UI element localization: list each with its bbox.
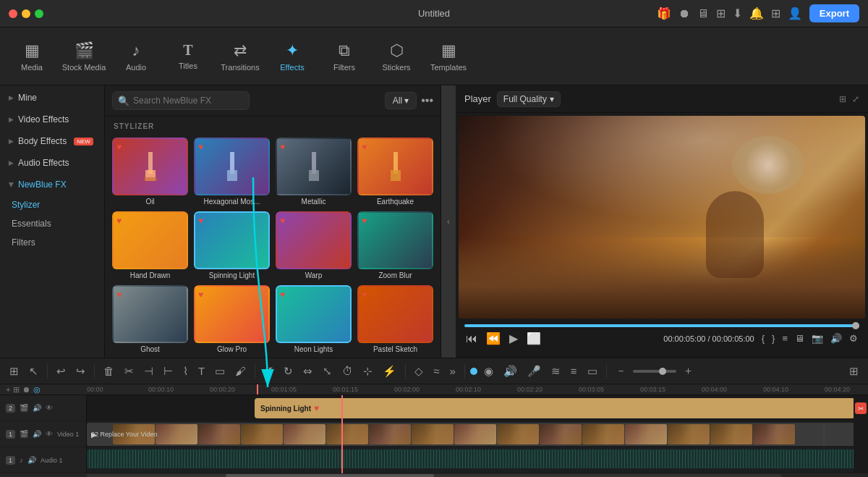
flip-h-button[interactable]: ⇔ bbox=[299, 363, 316, 380]
subtitle-button[interactable]: ▭ bbox=[584, 363, 601, 380]
toolbar-titles[interactable]: T Titles bbox=[163, 33, 213, 80]
favorite-icon-zoom[interactable]: ♥ bbox=[362, 216, 367, 226]
effect-item-warp[interactable]: ♥ Warp bbox=[276, 211, 352, 279]
cut-button[interactable]: ✂ bbox=[121, 363, 137, 380]
panel-sub-stylizer[interactable]: Stylizer bbox=[0, 195, 104, 214]
select-tool-button[interactable]: ↖ bbox=[25, 363, 42, 380]
effects-adjust-button[interactable]: ⚡ bbox=[379, 363, 400, 380]
color-button[interactable]: ◉ bbox=[480, 363, 497, 380]
mask-button[interactable]: ▭ bbox=[211, 363, 229, 380]
avatar[interactable]: 👤 bbox=[788, 7, 802, 20]
favorite-icon-ghost[interactable]: ♥ bbox=[116, 290, 122, 300]
apps-icon[interactable]: ⊞ bbox=[771, 7, 780, 20]
mic-button[interactable]: 🎤 bbox=[524, 363, 545, 380]
effect-item-ghost[interactable]: ♥ Ghost bbox=[112, 285, 188, 353]
favorite-icon-spinning[interactable]: ♥ bbox=[198, 216, 203, 226]
scrollbar-track[interactable] bbox=[87, 474, 781, 477]
toolbar-filters[interactable]: ⧉ Filters bbox=[320, 33, 369, 80]
bracket-open-button[interactable]: { bbox=[760, 332, 766, 345]
more-options-button[interactable]: ••• bbox=[421, 94, 433, 107]
panel-item-newblue-fx[interactable]: ▶ NewBlue FX bbox=[0, 174, 104, 195]
effect-item-earthquake[interactable]: ♥ Earthquake bbox=[357, 138, 433, 206]
layout-mode-button[interactable]: ⊞ bbox=[6, 363, 22, 380]
zoom-in-button[interactable]: ＋ bbox=[679, 362, 697, 380]
transform-button[interactable]: ⤡ bbox=[319, 363, 336, 380]
favorite-icon-glow[interactable]: ♥ bbox=[198, 290, 203, 300]
expand-icon[interactable]: ⤢ bbox=[852, 94, 859, 104]
bell-icon[interactable]: 🔔 bbox=[749, 7, 764, 20]
effect-item-hand-drawn[interactable]: ♥ Hand Drawn bbox=[112, 211, 188, 279]
all-filter-button[interactable]: All ▾ bbox=[385, 92, 417, 109]
favorite-icon-pastel[interactable]: ♥ bbox=[362, 290, 367, 300]
volume-button[interactable]: 🔊 bbox=[829, 332, 843, 345]
audio-clip[interactable] bbox=[87, 449, 868, 468]
progress-bar[interactable] bbox=[464, 324, 859, 327]
download-icon[interactable]: ⬇ bbox=[733, 7, 742, 20]
split-button[interactable]: ⌇ bbox=[179, 363, 192, 380]
panel-sub-filters[interactable]: Filters bbox=[0, 233, 104, 252]
bracket-close-button[interactable]: } bbox=[770, 332, 776, 345]
grid-timeline-button[interactable]: ⊞ bbox=[846, 363, 862, 380]
zoom-out-button[interactable]: － bbox=[612, 362, 630, 380]
effect-item-metallic[interactable]: ♥ Metallic bbox=[276, 138, 352, 206]
rotate-cw-button[interactable]: ↻ bbox=[280, 363, 297, 380]
snapshot-button[interactable]: 📷 bbox=[810, 332, 825, 345]
keyframe-button[interactable]: ◇ bbox=[411, 363, 427, 380]
stop-button[interactable]: ⬜ bbox=[525, 330, 542, 347]
toolbar-audio[interactable]: ♪ Audio bbox=[111, 33, 161, 80]
effect-item-pastel-sketch[interactable]: ♥ Pastel Sketch bbox=[357, 285, 433, 353]
favorite-icon-warp[interactable]: ♥ bbox=[280, 216, 285, 226]
skip-back-button[interactable]: ⏮ bbox=[464, 331, 479, 347]
favorite-icon-hex[interactable]: ♥ bbox=[198, 142, 203, 152]
gift-icon[interactable]: 🎁 bbox=[657, 7, 671, 20]
record-header-icon[interactable]: ⏺ bbox=[22, 385, 30, 394]
toolbar-stock-media[interactable]: 🎬 Stock Media bbox=[59, 33, 109, 80]
monitor-icon[interactable]: 🖥 bbox=[697, 7, 709, 20]
favorite-icon-neon[interactable]: ♥ bbox=[280, 290, 285, 300]
toolbar-transitions[interactable]: ⇄ Transitions bbox=[216, 33, 265, 80]
effect-item-zoom-blur[interactable]: ♥ Zoom Blur bbox=[357, 211, 433, 279]
panel-item-video-effects[interactable]: ▶ Video Effects bbox=[0, 109, 104, 130]
favorite-icon-metallic[interactable]: ♥ bbox=[280, 142, 285, 152]
rotate-ccw-button[interactable]: ↺ bbox=[260, 363, 277, 380]
step-back-button[interactable]: ⏪ bbox=[485, 330, 502, 347]
redo-button[interactable]: ↪ bbox=[72, 363, 89, 380]
maximize-button[interactable] bbox=[35, 9, 43, 18]
play-button[interactable]: ▶ bbox=[508, 330, 519, 347]
add-track-icon[interactable]: + bbox=[6, 385, 10, 394]
paint-button[interactable]: 🖌 bbox=[231, 363, 250, 379]
toolbar-effects[interactable]: ✦ Effects bbox=[268, 33, 317, 80]
panel-item-mine[interactable]: ▶ Mine bbox=[0, 87, 104, 109]
text-button[interactable]: T bbox=[195, 363, 208, 379]
minimize-button[interactable] bbox=[22, 9, 30, 18]
grid-view-icon[interactable]: ⊞ bbox=[839, 94, 846, 104]
close-button[interactable] bbox=[9, 9, 17, 18]
fx-clip[interactable]: Spinning Light ♥ bbox=[255, 398, 855, 418]
trim-left-button[interactable]: ⊣ bbox=[140, 363, 157, 380]
collapse-panel-button[interactable]: ‹ bbox=[441, 85, 456, 358]
quality-selector[interactable]: Full Quality ▾ bbox=[497, 91, 561, 107]
eye-icon-fx[interactable]: 👁 bbox=[46, 404, 53, 412]
toolbar-media[interactable]: ▦ Media bbox=[7, 33, 56, 80]
eye-icon-video[interactable]: 👁 bbox=[46, 430, 53, 438]
layout-button[interactable]: ≡ bbox=[780, 332, 789, 345]
scrollbar-thumb[interactable] bbox=[226, 474, 434, 477]
export-button[interactable]: Export bbox=[809, 4, 859, 22]
ripple-button[interactable]: ≈ bbox=[430, 363, 443, 379]
timer-button[interactable]: ⏱ bbox=[339, 363, 357, 379]
track-options-icon[interactable]: ⊞ bbox=[13, 385, 20, 394]
more-tools-button[interactable]: » bbox=[446, 363, 459, 379]
effect-item-hexagonal-mos[interactable]: ♥ Hexagonal Mos... bbox=[194, 138, 270, 206]
video-clip[interactable]: ▶ bbox=[87, 423, 868, 446]
toolbar-stickers[interactable]: ⬡ Stickers bbox=[372, 33, 421, 80]
effect-item-oil[interactable]: ♥ Oil bbox=[112, 138, 188, 206]
favorite-icon-oil[interactable]: ♥ bbox=[116, 142, 122, 152]
monitor-button[interactable]: 🖥 bbox=[793, 332, 806, 345]
zoom-slider[interactable] bbox=[633, 370, 676, 373]
toolbar-templates[interactable]: ▦ Templates bbox=[424, 33, 473, 80]
delete-button[interactable]: 🗑 bbox=[100, 363, 118, 379]
audio-eq-button[interactable]: 🔊 bbox=[500, 363, 521, 380]
voice-button[interactable]: ≋ bbox=[548, 363, 564, 380]
effect-item-glow-pro[interactable]: ♥ Glow Pro bbox=[194, 285, 270, 353]
settings-button[interactable]: ⚙ bbox=[848, 332, 859, 345]
